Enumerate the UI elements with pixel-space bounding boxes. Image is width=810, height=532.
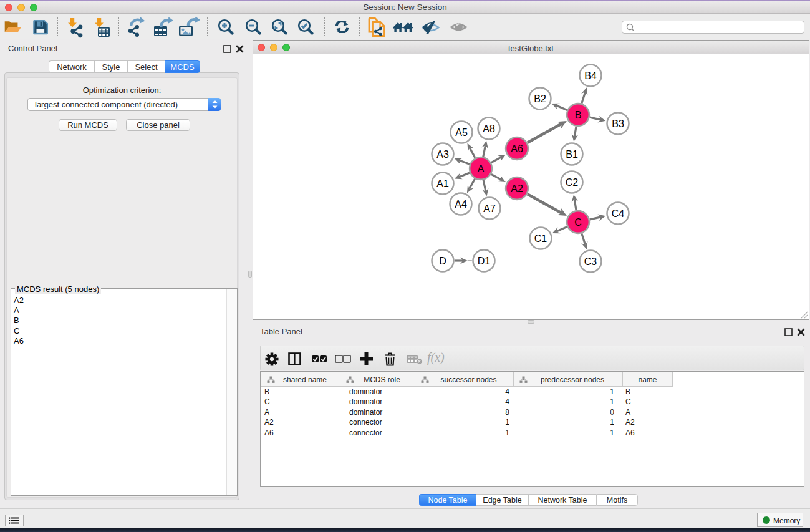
svg-text:C3: C3 bbox=[584, 256, 597, 267]
svg-text:A5: A5 bbox=[455, 127, 468, 138]
svg-text:A8: A8 bbox=[483, 123, 495, 134]
svg-text:B: B bbox=[575, 110, 582, 120]
svg-text:A7: A7 bbox=[483, 203, 496, 214]
svg-text:B3: B3 bbox=[612, 118, 624, 129]
svg-text:A6: A6 bbox=[511, 143, 523, 154]
svg-text:A3: A3 bbox=[436, 149, 449, 160]
svg-text:C: C bbox=[574, 217, 582, 228]
svg-text:A2: A2 bbox=[511, 183, 523, 194]
svg-text:A1: A1 bbox=[436, 178, 449, 189]
svg-text:B4: B4 bbox=[584, 70, 597, 81]
svg-text:A: A bbox=[478, 163, 485, 174]
svg-text:B1: B1 bbox=[566, 149, 578, 160]
svg-text:D: D bbox=[439, 256, 446, 266]
svg-text:C2: C2 bbox=[566, 177, 579, 188]
svg-text:D1: D1 bbox=[478, 256, 491, 266]
svg-text:C4: C4 bbox=[612, 208, 625, 219]
svg-text:C1: C1 bbox=[534, 233, 547, 244]
svg-text:A4: A4 bbox=[455, 199, 467, 210]
svg-text:B2: B2 bbox=[534, 94, 546, 104]
